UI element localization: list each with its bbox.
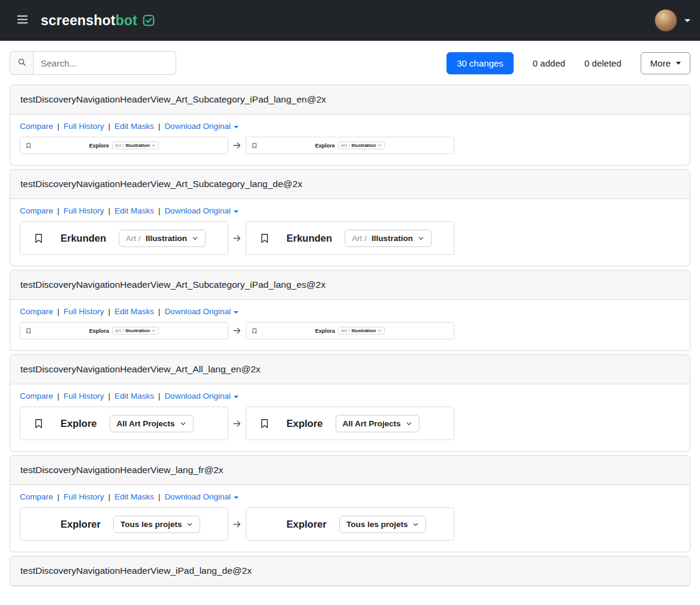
screenshot-before[interactable]: Explorer Tous les projets bbox=[20, 507, 228, 541]
full-history-link[interactable]: Full History bbox=[64, 122, 104, 131]
compare-link[interactable]: Compare bbox=[20, 206, 53, 215]
search-group bbox=[10, 51, 176, 75]
category-chip: Art /Illustration bbox=[338, 142, 385, 149]
screenshot-title-text: Explora bbox=[315, 328, 335, 334]
card-links: Compare | Full History | Edit Masks | Do… bbox=[20, 392, 680, 401]
test-card: testDiscoveryNavigationHeaderView_Art_Su… bbox=[10, 169, 690, 266]
screenshot-after[interactable]: Explore All Art Projects bbox=[246, 407, 454, 440]
download-original-link[interactable]: Download Original bbox=[165, 307, 239, 316]
download-original-link[interactable]: Download Original bbox=[165, 206, 239, 215]
chevron-down-icon bbox=[234, 210, 239, 213]
category-chip: Tous les projets bbox=[339, 516, 427, 533]
arrow-right-icon bbox=[232, 233, 242, 243]
card-links: Compare | Full History | Edit Masks | Do… bbox=[20, 492, 680, 501]
bookmark-icon bbox=[33, 417, 44, 430]
search-input[interactable] bbox=[34, 51, 176, 75]
screenshot-title-text: Explore bbox=[89, 143, 109, 149]
search-button[interactable] bbox=[10, 51, 34, 75]
screenshot-after[interactable]: Explorer Tous les projets bbox=[246, 507, 454, 541]
category-chip: Art /Illustration bbox=[338, 327, 385, 335]
search-icon bbox=[17, 58, 26, 69]
bookmark-icon bbox=[33, 232, 44, 245]
screenshot-pair: Explore All Art Projects Explore All bbox=[20, 407, 680, 440]
edit-masks-link[interactable]: Edit Masks bbox=[114, 206, 154, 215]
chevron-down-icon bbox=[378, 329, 382, 333]
card-links: Compare | Full History | Edit Masks | Do… bbox=[20, 122, 680, 131]
test-card-header: testDiscoveryNavigationHeaderView_Art_Su… bbox=[10, 170, 690, 199]
arrow-right-icon bbox=[232, 140, 242, 151]
screenshot-title-text: Erkunden bbox=[61, 233, 106, 244]
download-original-link[interactable]: Download Original bbox=[165, 492, 239, 501]
toolbar-actions: 30 changes 0 added 0 deleted More bbox=[446, 52, 690, 74]
test-title: testDiscoveryNavigationHeaderView_Art_Su… bbox=[20, 177, 680, 191]
added-link[interactable]: 0 added bbox=[533, 58, 565, 68]
screenshot-after[interactable]: Erkunden Art /Illustration bbox=[246, 221, 454, 255]
link-separator: | bbox=[108, 392, 111, 401]
full-history-link[interactable]: Full History bbox=[64, 206, 104, 215]
screenshot-after[interactable]: Explore Art /Illustration bbox=[246, 137, 454, 154]
chevron-down-icon bbox=[186, 521, 193, 528]
screenshot-pair: Erkunden Art /Illustration Erkunden bbox=[20, 221, 680, 255]
brand-wordmark: screenshotbot bbox=[41, 13, 137, 29]
changes-button[interactable]: 30 changes bbox=[446, 52, 514, 74]
bookmark-icon bbox=[251, 142, 258, 149]
screenshot-before[interactable]: Explora Art /Illustration bbox=[20, 322, 228, 339]
arrow-right-icon bbox=[232, 419, 242, 429]
edit-masks-link[interactable]: Edit Masks bbox=[114, 392, 154, 401]
test-title: testDiscoveryNavigationHeaderView_lang_f… bbox=[20, 463, 680, 477]
screenshot-before[interactable]: Erkunden Art /Illustration bbox=[20, 221, 228, 255]
card-links: Compare | Full History | Edit Masks | Do… bbox=[20, 307, 680, 316]
category-chip: Tous les projets bbox=[113, 516, 201, 533]
screenshot-before[interactable]: Explore All Art Projects bbox=[20, 407, 228, 440]
edit-masks-link[interactable]: Edit Masks bbox=[114, 122, 154, 131]
account-menu-toggle[interactable] bbox=[654, 9, 690, 32]
chevron-down-icon bbox=[412, 521, 419, 528]
deleted-link[interactable]: 0 deleted bbox=[584, 58, 621, 68]
full-history-link[interactable]: Full History bbox=[64, 492, 104, 501]
link-separator: | bbox=[158, 206, 161, 215]
full-history-link[interactable]: Full History bbox=[64, 307, 104, 316]
compare-link[interactable]: Compare bbox=[20, 492, 53, 501]
chevron-down-icon bbox=[152, 329, 156, 333]
full-history-link[interactable]: Full History bbox=[64, 392, 104, 401]
screenshot-title-text: Explore bbox=[286, 418, 323, 429]
bookmark-icon bbox=[259, 232, 270, 245]
test-card-body: Compare | Full History | Edit Masks | Do… bbox=[10, 115, 690, 165]
category-chip: Art /Illustration bbox=[112, 327, 159, 335]
chevron-down-icon bbox=[152, 143, 156, 148]
screenshot-pair: Explorer Tous les projets Explorer T bbox=[20, 507, 680, 541]
test-title: testDiscoveryNavigationHeaderView_Art_Al… bbox=[20, 363, 680, 376]
screenshot-title-text: Explora bbox=[89, 328, 109, 334]
avatar-caret-icon bbox=[684, 19, 690, 22]
edit-masks-link[interactable]: Edit Masks bbox=[114, 492, 154, 501]
card-links: Compare | Full History | Edit Masks | Do… bbox=[20, 206, 680, 215]
edit-masks-link[interactable]: Edit Masks bbox=[114, 307, 154, 316]
download-original-link[interactable]: Download Original bbox=[165, 392, 239, 401]
screenshot-title-text: Explore bbox=[315, 143, 335, 149]
screenshot-pair: Explora Art /Illustration Explora Ar bbox=[20, 322, 680, 339]
link-separator: | bbox=[108, 307, 111, 316]
download-original-link[interactable]: Download Original bbox=[165, 122, 239, 131]
category-chip: Art /Illustration bbox=[345, 230, 432, 247]
screenshot-pair: Explore Art /Illustration Explore Ar bbox=[20, 137, 680, 154]
chevron-down-icon bbox=[234, 311, 239, 314]
more-button[interactable]: More bbox=[641, 52, 690, 74]
compare-link[interactable]: Compare bbox=[20, 392, 53, 401]
test-card: testDiscoveryNavigationHeaderView_iPad_l… bbox=[10, 556, 690, 586]
brand-logo[interactable]: screenshotbot bbox=[41, 13, 155, 29]
compare-link[interactable]: Compare bbox=[20, 122, 53, 131]
chevron-down-icon bbox=[676, 62, 681, 65]
screenshot-before[interactable]: Explore Art /Illustration bbox=[20, 137, 228, 154]
category-chip: All Art Projects bbox=[336, 415, 420, 432]
category-chip: Art /Illustration bbox=[112, 142, 159, 149]
chevron-down-icon bbox=[180, 420, 186, 427]
screenshot-after[interactable]: Explora Art /Illustration bbox=[246, 322, 454, 339]
compare-link[interactable]: Compare bbox=[20, 307, 53, 316]
test-card-header: testDiscoveryNavigationHeaderView_Art_Su… bbox=[10, 85, 690, 115]
menu-icon bbox=[16, 13, 29, 28]
screenshot-title-text: Explorer bbox=[286, 519, 327, 530]
avatar bbox=[654, 9, 677, 32]
test-card-header: testDiscoveryNavigationHeaderView_lang_f… bbox=[10, 456, 690, 485]
bookmark-icon bbox=[25, 142, 32, 149]
menu-button[interactable] bbox=[10, 8, 35, 33]
